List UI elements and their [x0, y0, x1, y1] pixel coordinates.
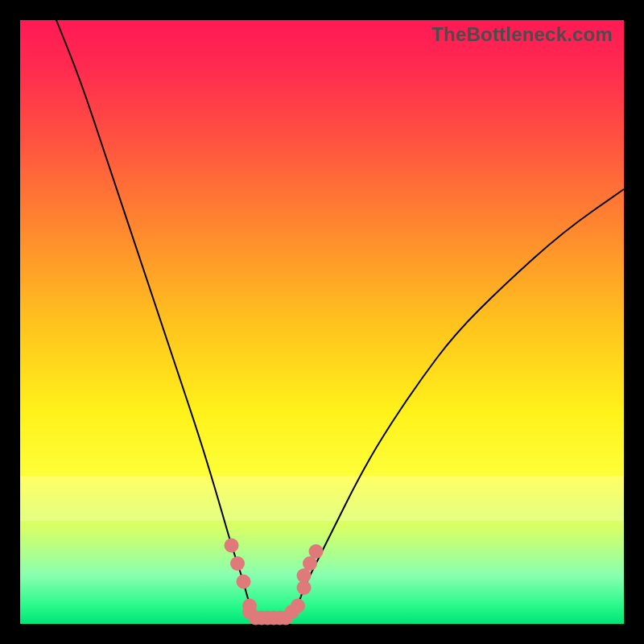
chart-plot-area: TheBottleneck.com [20, 20, 624, 624]
highlight-dot [237, 575, 251, 589]
highlight-dot [291, 599, 305, 613]
watermark-text: TheBottleneck.com [431, 23, 613, 46]
highlight-dot [225, 539, 239, 553]
chart-outer-frame: TheBottleneck.com [0, 0, 644, 644]
highlight-dot [230, 556, 245, 571]
bottleneck-curve-line [56, 20, 624, 618]
chart-svg [20, 20, 624, 624]
highlight-dots-group [225, 539, 324, 625]
highlight-dot [309, 544, 324, 559]
